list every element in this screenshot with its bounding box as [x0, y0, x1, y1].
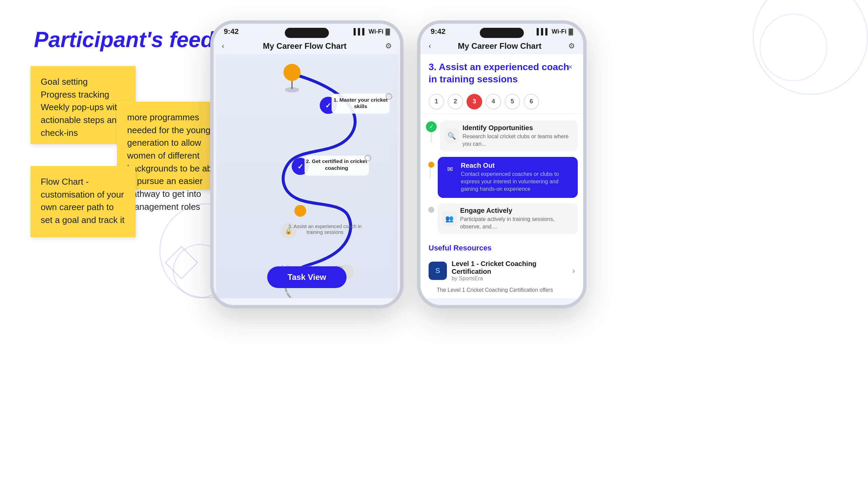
task-identify: ✓ 🔍 Identify Opportunities Research loca…	[426, 117, 578, 156]
task-1-check: ✓	[426, 121, 437, 132]
svg-text:ⓘ: ⓘ	[387, 94, 391, 98]
wifi-icon: Wi-Fi	[369, 28, 383, 35]
task-list: ✓ 🔍 Identify Opportunities Research loca…	[420, 114, 583, 238]
resource-logo: S	[429, 262, 447, 280]
task-view-button[interactable]: Task View	[267, 266, 347, 288]
task-2-icon: ✉	[442, 162, 457, 177]
phone-1-island	[285, 28, 329, 38]
sticky-note-1-text: Goal settingProgress trackingWeekly pop-…	[41, 77, 122, 138]
sticky-note-2-text: more programmes needed for the younger g…	[127, 112, 219, 212]
svg-text:3. Assist an experienced coach: 3. Assist an experienced coach in	[288, 224, 361, 229]
task-3-icon: 👥	[442, 211, 457, 226]
svg-text:training sessions: training sessions	[307, 229, 343, 235]
phone-2-content: × 3. Assist an experienced coach in trai…	[420, 54, 583, 298]
resource-text: Level 1 - Cricket Coaching Certification…	[452, 260, 568, 282]
svg-text:coaching: coaching	[325, 165, 348, 171]
task-3-text: Engage Actively Participate actively in …	[460, 207, 574, 231]
step-tab-4[interactable]: 4	[486, 94, 501, 109]
phone-1: 9:42 ▌▌▌ Wi-Fi ▓ ‹ My Career Flow Chart …	[210, 20, 403, 308]
resource-item[interactable]: S Level 1 - Cricket Coaching Certificati…	[429, 257, 575, 285]
svg-text:✓: ✓	[325, 102, 331, 110]
svg-point-17	[294, 205, 306, 217]
step-tab-1[interactable]: 1	[429, 94, 444, 109]
step-tab-5[interactable]: 5	[505, 94, 520, 109]
phone-1-title: My Career Flow Chart	[224, 41, 385, 51]
phone-2-time: 9:42	[431, 27, 446, 36]
resources-section: Useful Resources S Level 1 - Cricket Coa…	[420, 238, 583, 297]
step-tab-3[interactable]: 3	[467, 94, 482, 109]
phone-2: 9:42 ▌▌▌ Wi-Fi ▓ ‹ My Career Flow Chart …	[417, 20, 587, 308]
phone-1-back-button[interactable]: ‹	[222, 42, 224, 50]
task-engage: 👥 Engage Actively Participate actively i…	[426, 199, 578, 238]
gray-dot	[428, 207, 434, 213]
svg-point-3	[285, 87, 299, 93]
resource-chevron[interactable]: ›	[572, 266, 575, 276]
svg-text:1. Master your cricket: 1. Master your cricket	[334, 97, 388, 103]
battery-icon-2: ▓	[569, 28, 573, 35]
orange-dot	[428, 162, 434, 168]
task-reach-out: ✉ Reach Out Contact experienced coaches …	[426, 156, 578, 199]
sticky-note-3-text: Flow Chart - customisation of your own c…	[41, 177, 124, 225]
svg-text:2. Get certified in cricket: 2. Get certified in cricket	[306, 158, 367, 164]
svg-text:✓: ✓	[297, 163, 303, 171]
task-1-icon: 🔍	[444, 128, 459, 143]
battery-icon: ▓	[386, 28, 390, 35]
detail-title: 3. Assist an experienced coach in traini…	[429, 61, 575, 86]
svg-rect-0	[216, 54, 397, 298]
phone-2-island	[480, 28, 524, 38]
phone-2-title: My Career Flow Chart	[431, 41, 568, 51]
svg-text:skills: skills	[354, 103, 367, 109]
phone-1-settings-button[interactable]: ⚙	[385, 42, 392, 50]
wifi-icon-2: Wi-Fi	[552, 28, 567, 35]
task-1-text: Identify Opportunities Research local cr…	[462, 124, 574, 148]
phone-2-header: ‹ My Career Flow Chart ⚙	[420, 38, 583, 54]
signal-icon-2: ▌▌▌	[537, 28, 550, 35]
task-2-text: Reach Out Contact experienced coaches or…	[461, 162, 573, 193]
step-tab-6[interactable]: 6	[524, 94, 539, 109]
phone-2-back-button[interactable]: ‹	[429, 42, 431, 50]
phone-1-time: 9:42	[224, 27, 239, 36]
phone-1-content: ✓ 1. Master your cricket skills ⓘ ✓ 2. G…	[214, 54, 400, 298]
phone-1-status-icons: ▌▌▌ Wi-Fi ▓	[354, 28, 390, 35]
close-button[interactable]: ×	[564, 61, 576, 73]
phone-2-settings-button[interactable]: ⚙	[568, 42, 575, 50]
detail-header: 3. Assist an experienced coach in traini…	[420, 54, 583, 91]
signal-icon: ▌▌▌	[354, 28, 367, 35]
phone-1-header: ‹ My Career Flow Chart ⚙	[214, 38, 400, 54]
svg-point-1	[283, 64, 301, 81]
resource-desc: The Level 1 Cricket Coaching Certificati…	[429, 285, 575, 294]
step-tabs[interactable]: 1 2 3 4 5 6	[420, 91, 583, 114]
sticky-note-3: Flow Chart - customisation of your own c…	[31, 166, 136, 237]
career-path-svg: ✓ 1. Master your cricket skills ⓘ ✓ 2. G…	[214, 54, 400, 298]
step-tab-2[interactable]: 2	[448, 94, 463, 109]
resources-title: Useful Resources	[429, 244, 575, 252]
phone-2-status-icons: ▌▌▌ Wi-Fi ▓	[537, 28, 573, 35]
